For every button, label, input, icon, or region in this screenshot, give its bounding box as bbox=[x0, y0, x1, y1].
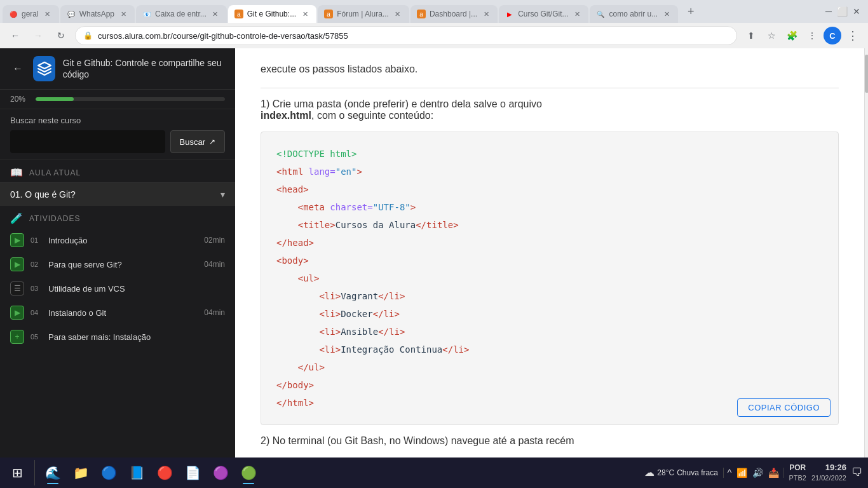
intro-text: execute os passos listados abaixo. bbox=[261, 61, 839, 78]
bookmark-icon[interactable]: ☆ bbox=[763, 27, 780, 44]
taskbar-word[interactable]: 📄 bbox=[180, 460, 205, 485]
copy-code-button[interactable]: COPIAR CÓDIGO bbox=[737, 398, 831, 417]
weather-icon: ☁ bbox=[644, 466, 654, 478]
taskbar-ubuntu[interactable]: 🔴 bbox=[152, 460, 177, 485]
tab-close-dashboard[interactable]: ✕ bbox=[481, 9, 491, 19]
tab-label-dashboard: Dashboard |... bbox=[430, 10, 477, 18]
chapter-item[interactable]: 01. O que é Git? ▾ bbox=[0, 182, 235, 206]
tab-close-geral[interactable]: ✕ bbox=[43, 9, 53, 19]
tab-whatsapp[interactable]: 💬 WhatsApp ✕ bbox=[60, 5, 135, 23]
taskbar-chrome2[interactable]: 🟢 bbox=[236, 460, 261, 485]
video-icon-4: ▶ bbox=[10, 306, 24, 320]
tab-favicon-comoabrir: 🔍 bbox=[596, 10, 605, 18]
search-row: Buscar ↗ bbox=[10, 130, 225, 153]
activity-item-3[interactable]: ☰ 03 Utilidade de um VCS bbox=[0, 276, 235, 301]
tab-label-geral: geral bbox=[22, 10, 39, 18]
extensions-icon[interactable]: 🧩 bbox=[783, 27, 801, 44]
notification-icon[interactable]: 🗨 bbox=[851, 466, 863, 479]
tab-dashboard[interactable]: a Dashboard |... ✕ bbox=[410, 5, 498, 23]
maximize-btn[interactable]: ⬜ bbox=[837, 6, 848, 17]
tab-close-forum[interactable]: ✕ bbox=[393, 9, 403, 19]
tab-geral[interactable]: 🔴 geral ✕ bbox=[3, 5, 59, 23]
code-line-2: <html lang="en"> bbox=[276, 163, 823, 180]
temp-text: 28°C bbox=[657, 468, 674, 477]
activities-label: ATIVIDADES bbox=[29, 214, 80, 223]
menu-btn[interactable]: ⋮ bbox=[844, 27, 862, 44]
tab-curso-git[interactable]: ▶ Curso Git/Git... ✕ bbox=[499, 5, 588, 23]
chrome-icon: 🔵 bbox=[101, 465, 117, 480]
tab-close-caixa[interactable]: ✕ bbox=[210, 9, 220, 19]
search-btn-label: Buscar bbox=[180, 137, 205, 147]
sidebar: ← Git e Github: Controle e compartilhe s… bbox=[0, 48, 235, 488]
share-icon[interactable]: ⬆ bbox=[742, 27, 760, 44]
tab-favicon-cursogit: ▶ bbox=[505, 10, 514, 18]
tab-close-comoabrir[interactable]: ✕ bbox=[661, 9, 672, 19]
activity-item-4[interactable]: ▶ 04 Instalando o Git 04min bbox=[0, 301, 235, 325]
code-line-11: <li>Ansible</li> bbox=[276, 323, 823, 341]
taskbar-vscode[interactable]: 📘 bbox=[124, 460, 149, 485]
tab-close-whatsapp[interactable]: ✕ bbox=[118, 9, 128, 19]
forward-btn[interactable]: → bbox=[29, 27, 47, 44]
new-tab-btn[interactable]: + bbox=[682, 3, 700, 20]
address-bar[interactable]: 🔒 cursos.alura.com.br/course/git-github-… bbox=[75, 26, 737, 45]
search-input[interactable] bbox=[10, 130, 165, 153]
content-area: execute os passos listados abaixo. 1) Cr… bbox=[235, 48, 864, 488]
taskbar-teams[interactable]: 🟣 bbox=[208, 460, 233, 485]
tab-label-forum: Fórum | Alura... bbox=[337, 10, 389, 18]
tab-forum[interactable]: a Fórum | Alura... ✕ bbox=[318, 5, 409, 23]
browser-chrome: 🔴 geral ✕ 💬 WhatsApp ✕ 📧 Caixa de entr..… bbox=[0, 0, 868, 48]
code-block: <!DOCTYPE html> <html lang="en"> <head> … bbox=[261, 132, 839, 425]
minimize-btn[interactable]: ─ bbox=[825, 6, 832, 17]
activity-item-1[interactable]: ▶ 01 Introdução 02min bbox=[0, 228, 235, 252]
code-line-10: <li>Docker</li> bbox=[276, 305, 823, 323]
code-line-6: </head> bbox=[276, 234, 823, 252]
tab-label-git: Git e Github:... bbox=[247, 10, 296, 18]
step2-text: 2) No terminal (ou Git Bash, no Windows)… bbox=[261, 435, 839, 447]
activity-title-5: Para saber mais: Instalação bbox=[48, 332, 219, 342]
settings-icon[interactable]: ⋮ bbox=[803, 27, 821, 44]
taskbar-files[interactable]: 📁 bbox=[68, 460, 93, 485]
ubuntu-icon: 🔴 bbox=[157, 465, 173, 480]
search-section: Buscar neste curso Buscar ↗ bbox=[0, 109, 235, 160]
tab-como-abrir[interactable]: 🔍 como abrir u... ✕ bbox=[590, 5, 678, 23]
code-line-14: </body> bbox=[276, 376, 823, 394]
profile-icon[interactable]: C bbox=[824, 27, 841, 44]
chapter-title: 01. O que é Git? bbox=[10, 189, 76, 200]
time-text: 19:26 bbox=[811, 462, 846, 473]
network-icon[interactable]: 📶 bbox=[736, 468, 747, 478]
search-button[interactable]: Buscar ↗ bbox=[170, 130, 225, 153]
plus-icon-5: + bbox=[10, 330, 24, 344]
activity-item-5[interactable]: + 05 Para saber mais: Instalação bbox=[0, 325, 235, 349]
teams-icon: 🟣 bbox=[213, 465, 229, 480]
tab-git-github[interactable]: a Git e Github:... ✕ bbox=[228, 5, 316, 23]
tab-favicon-git: a bbox=[234, 10, 243, 18]
scrollbar[interactable] bbox=[864, 48, 868, 488]
close-btn[interactable]: ✕ bbox=[853, 6, 860, 17]
start-button[interactable]: ⊞ bbox=[5, 461, 29, 485]
battery-icon[interactable]: 📥 bbox=[768, 468, 779, 478]
chevron-up-icon[interactable]: ^ bbox=[728, 468, 732, 478]
tab-close-cursogit[interactable]: ✕ bbox=[572, 9, 582, 19]
taskbar-chrome[interactable]: 🔵 bbox=[96, 460, 121, 485]
language-label: POR bbox=[789, 463, 806, 473]
sys-tray: ^ 📶 🔊 📥 bbox=[723, 468, 784, 478]
sidebar-back-btn[interactable]: ← bbox=[10, 60, 25, 78]
video-icon-1: ▶ bbox=[10, 233, 24, 247]
files-icon: 📁 bbox=[73, 465, 89, 480]
tab-label-cursogit: Curso Git/Git... bbox=[518, 10, 568, 18]
tab-close-git[interactable]: ✕ bbox=[300, 9, 310, 19]
datetime[interactable]: 19:26 21/02/2022 bbox=[811, 462, 846, 484]
weather-info: ☁ 28°C Chuva fraca bbox=[644, 466, 718, 478]
progress-bar-bg bbox=[36, 97, 225, 101]
refresh-btn[interactable]: ↻ bbox=[52, 27, 70, 44]
word-icon: 📄 bbox=[185, 465, 201, 480]
course-logo bbox=[33, 56, 55, 81]
back-btn[interactable]: ← bbox=[6, 27, 24, 44]
activity-duration-1: 02min bbox=[204, 236, 225, 245]
date-text: 21/02/2022 bbox=[811, 473, 846, 483]
taskbar-edge[interactable]: 🌊 bbox=[40, 460, 65, 485]
aula-atual-label: AULA ATUAL bbox=[29, 168, 81, 177]
tab-caixa[interactable]: 📧 Caixa de entr... ✕ bbox=[136, 5, 227, 23]
activity-item-2[interactable]: ▶ 02 Para que serve Git? 04min bbox=[0, 252, 235, 276]
volume-icon[interactable]: 🔊 bbox=[752, 468, 763, 478]
